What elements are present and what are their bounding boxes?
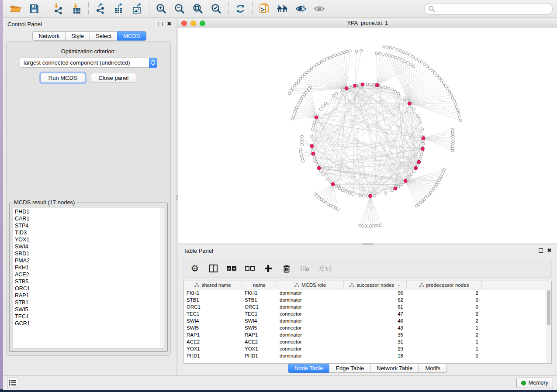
cell-name[interactable]: PHD1 [242, 353, 277, 358]
table-row[interactable]: STB1STB1dominator620 [184, 296, 546, 303]
cell-name[interactable]: SWI5 [242, 325, 277, 330]
network-node[interactable] [451, 96, 454, 99]
mcds-dominator-node[interactable] [408, 102, 412, 105]
mcds-dominator-node[interactable] [414, 166, 418, 170]
network-node[interactable] [337, 53, 339, 55]
cell-mcds_role[interactable]: dominator [277, 290, 344, 296]
network-node[interactable] [322, 105, 324, 107]
task-history-button[interactable] [7, 378, 18, 388]
cell-successor_nodes[interactable]: 35 [344, 332, 407, 337]
cell-successor_nodes[interactable]: 29 [344, 346, 407, 351]
export-table-button[interactable] [112, 2, 125, 15]
network-node[interactable] [450, 93, 453, 96]
network-node[interactable] [301, 160, 304, 162]
network-node[interactable] [393, 48, 395, 50]
network-node[interactable] [301, 138, 303, 141]
network-node[interactable] [297, 80, 300, 83]
cell-shared_name[interactable]: YOX1 [184, 346, 242, 351]
network-node[interactable] [335, 92, 338, 95]
close-panel-button[interactable]: Close panel [91, 73, 137, 83]
column-header-MCDS-role[interactable]: MCDS role [277, 281, 344, 289]
network-node[interactable] [375, 52, 378, 55]
network-node[interactable] [313, 65, 315, 68]
network-node[interactable] [331, 55, 334, 58]
network-node[interactable] [397, 92, 400, 95]
network-node[interactable] [334, 54, 337, 56]
network-node[interactable] [348, 192, 351, 194]
cell-shared_name[interactable]: ACE2 [184, 339, 242, 344]
tab-network-table[interactable]: Network Table [370, 364, 419, 373]
network-node[interactable] [377, 224, 380, 227]
network-node[interactable] [363, 195, 365, 197]
network-node[interactable] [410, 105, 413, 107]
network-node[interactable] [385, 54, 387, 56]
cell-mcds_role[interactable]: connector [277, 339, 344, 344]
table-row[interactable]: PHD1PHD1dominator180 [184, 352, 546, 359]
network-node[interactable] [374, 224, 377, 227]
network-node[interactable] [416, 164, 419, 166]
cell-mcds_role[interactable]: dominator [277, 332, 344, 337]
cell-successor_nodes[interactable]: 62 [344, 297, 407, 303]
network-node[interactable] [431, 69, 433, 72]
cell-mcds_role[interactable]: connector [277, 311, 344, 316]
network-node[interactable] [397, 185, 400, 188]
network-node[interactable] [387, 87, 390, 90]
float-panel-icon[interactable] [539, 248, 543, 253]
network-node[interactable] [288, 92, 291, 95]
network-node[interactable] [319, 170, 322, 172]
network-node[interactable] [457, 112, 460, 115]
network-node[interactable] [332, 94, 335, 97]
mcds-result-item[interactable]: PHD1 [13, 208, 164, 215]
network-node[interactable] [301, 143, 303, 146]
hide-graphics-details-button[interactable] [294, 2, 308, 15]
network-node[interactable] [391, 89, 394, 91]
cell-successor_nodes[interactable]: 31 [344, 339, 407, 344]
mcds-result-item[interactable]: PMA2 [13, 257, 164, 264]
network-node[interactable] [366, 83, 369, 86]
network-node[interactable] [420, 153, 423, 156]
zoom-in-button[interactable] [155, 2, 168, 15]
export-network-button[interactable] [94, 2, 107, 15]
network-node[interactable] [303, 73, 306, 76]
network-node[interactable] [310, 67, 313, 70]
network-node[interactable] [408, 54, 411, 56]
mcds-dominator-node[interactable] [361, 83, 364, 86]
close-panel-icon[interactable]: ✖ [547, 248, 552, 253]
network-node[interactable] [374, 194, 376, 197]
table-scrollbar[interactable] [546, 289, 551, 363]
network-node[interactable] [361, 225, 364, 227]
network-node[interactable] [394, 90, 397, 93]
network-node[interactable] [352, 193, 354, 196]
network-node[interactable] [391, 189, 394, 192]
cell-shared_name[interactable]: SWI4 [184, 318, 242, 323]
network-node[interactable] [455, 106, 458, 108]
cell-shared_name[interactable]: FKH1 [184, 290, 242, 296]
cell-successor_nodes[interactable]: 46 [344, 318, 407, 323]
network-node[interactable] [418, 117, 420, 120]
import-network-button[interactable] [52, 2, 65, 15]
network-node[interactable] [318, 62, 320, 65]
cell-predecessor_nodes[interactable]: 0 [407, 353, 482, 358]
network-node[interactable] [313, 157, 316, 159]
network-node[interactable] [315, 160, 317, 163]
network-node[interactable] [381, 85, 383, 87]
network-node[interactable] [335, 185, 338, 188]
mcds-result-item[interactable]: ORC1 [13, 285, 164, 292]
mcds-result-item[interactable]: SRD1 [13, 250, 164, 257]
cell-name[interactable]: TEC1 [242, 311, 277, 316]
network-node[interactable] [384, 192, 387, 194]
network-node[interactable] [301, 75, 304, 78]
network-node[interactable] [364, 225, 367, 227]
mcds-dominator-node[interactable] [394, 187, 397, 190]
network-node[interactable] [400, 183, 403, 186]
network-node[interactable] [391, 55, 394, 58]
network-node[interactable] [329, 56, 331, 59]
cell-successor_nodes[interactable]: 18 [344, 353, 407, 358]
open-button[interactable] [9, 2, 22, 15]
table-row[interactable]: SWI4SWI4dominator462 [184, 317, 546, 324]
table-row[interactable]: TEC1TEC1connector472 [184, 310, 546, 317]
mcds-result-item[interactable]: FKH1 [13, 264, 164, 271]
column-header-name[interactable]: name [242, 281, 277, 289]
mcds-dominator-node[interactable] [421, 147, 425, 151]
column-header-shared-name[interactable]: shared name [184, 281, 242, 289]
